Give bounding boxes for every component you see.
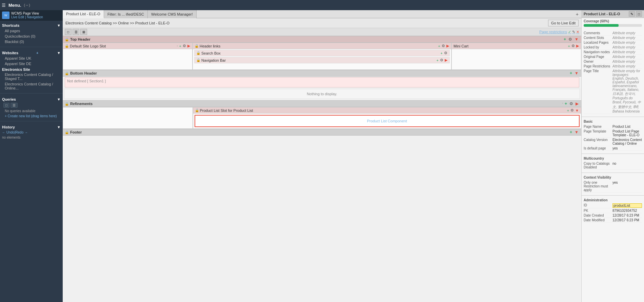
logo-slot-dot: · — [177, 44, 178, 48]
footer-name: Footer — [70, 130, 82, 134]
top-header-del[interactable]: ▼ — [574, 37, 579, 42]
nav-bar-settings[interactable]: ⚙ — [440, 58, 444, 62]
queries-btn-1[interactable]: □ — [3, 103, 9, 108]
sidebar-item-apparel-uk[interactable]: Apparel Site UK — [2, 56, 61, 61]
menu-icon[interactable]: ☰ — [2, 3, 6, 8]
right-panel-close[interactable]: □ — [636, 11, 642, 17]
footer-add[interactable]: + — [569, 130, 573, 135]
no-queries-text: No queries available — [2, 108, 61, 114]
redo-link[interactable]: Redo → — [15, 130, 28, 134]
history-collapse[interactable]: ▼ — [57, 125, 61, 129]
catalog-version-row: Catalog Version Electronics Content Cata… — [584, 138, 642, 146]
refinements-settings[interactable]: ⚙ — [569, 101, 574, 106]
product-list-slot-add[interactable]: + — [567, 108, 569, 113]
tab-filter[interactable]: Filter: Is ... ified/DESC — [104, 10, 148, 18]
sidebar-item-electronics-staged[interactable]: Electronics Content Catalog / Staged T..… — [2, 72, 61, 81]
multicountry-label: Multicountry — [584, 157, 642, 160]
header-links-settings[interactable]: ⚙ — [441, 44, 445, 48]
localized-pages-value: Attribute empty — [612, 41, 642, 44]
mini-cart-slot: Mini Cart + ⚙ ▶ — [451, 43, 581, 70]
copy-to-catalogs-row: Copy to Catalogs Disabled no — [584, 161, 642, 170]
mini-cart-header: Mini Cart + ⚙ ▶ — [452, 43, 581, 49]
page-restrictions-icon-edit[interactable]: ✎ — [572, 30, 575, 34]
queries-btn-2[interactable]: ☰ — [11, 103, 18, 108]
right-panel-edit[interactable]: ✎ — [629, 11, 635, 17]
top-header-add[interactable]: + — [563, 37, 567, 42]
shortcuts-header: Shortcuts ▼ — [2, 22, 61, 28]
admin-id-row: ID productList — [584, 203, 642, 208]
create-list-link[interactable]: + Create new list (drag items here) — [2, 114, 61, 119]
expand-icon[interactable]: (↔) — [24, 3, 30, 7]
product-list-component[interactable]: Product List Component — [195, 115, 580, 127]
websites-label: Websites — [2, 51, 18, 55]
queries-section: Queries ▼ □ ☰ No queries available + Cre… — [0, 95, 63, 120]
logo-slot-add[interactable]: + — [179, 44, 182, 48]
search-box-actions: + ⚙ — [440, 51, 448, 55]
sidebar-item-quickcollection[interactable]: Quickcollection (0) — [2, 34, 61, 39]
comments-value: Attribute empty — [612, 31, 642, 35]
bottom-header-del[interactable]: ▼ — [574, 71, 579, 76]
mini-cart-add[interactable]: + — [568, 44, 570, 48]
wcms-links[interactable]: Live Edit | Navigation — [11, 15, 43, 19]
nav-bar-add[interactable]: + — [436, 58, 439, 62]
search-box-row: 🔒 Search Box + ⚙ — [194, 50, 450, 56]
footer-section: 🔒 Footer + ▼ — [63, 129, 581, 136]
header-links-header: 🔒 Header links + ⚙ ▶ — [193, 43, 451, 49]
refinements-del[interactable]: ▶ — [575, 101, 579, 106]
page-title-value: Attribute empty for languages: English, … — [612, 69, 642, 113]
header-links-del[interactable]: ▶ — [446, 44, 449, 48]
live-edit-button[interactable]: Go to Live Edit — [548, 20, 579, 26]
top-header-settings[interactable]: ⚙ — [568, 37, 573, 42]
right-panel-title: Product List - ELE-O — [584, 12, 620, 16]
product-list-slot-del[interactable]: ▼ — [575, 108, 579, 113]
date-modified-value: 12/28/17 6:23 PM — [612, 218, 642, 222]
sidebar-item-electronics-online[interactable]: Electronics Content Catalog / Online... — [2, 81, 61, 91]
tab-add-button[interactable]: + — [573, 10, 581, 18]
sidebar-item-all-pages[interactable]: All pages — [2, 28, 61, 34]
undo-link[interactable]: ← Undo — [2, 130, 15, 134]
localized-pages-row: Localized Pages Attribute empty — [584, 40, 642, 45]
page-template-row: Page Template Product List Page Template… — [584, 129, 642, 138]
page-name-label: Page Name — [584, 125, 612, 128]
product-list-slot-settings[interactable]: ⚙ — [570, 108, 574, 113]
nav-bar-del[interactable]: ▶ — [444, 58, 448, 62]
queries-header: Queries ▼ — [2, 96, 61, 102]
websites-collapse[interactable]: ▼ — [57, 51, 61, 55]
footer-del[interactable]: ▼ — [574, 130, 579, 135]
mini-cart-del[interactable]: ▶ — [576, 44, 579, 48]
sidebar-item-apparel-de[interactable]: Apparel Site DE — [2, 61, 61, 66]
nav-bar-lock: 🔒 — [196, 58, 200, 62]
queries-collapse[interactable]: ▼ — [57, 97, 61, 101]
bottom-header-bar: 🔒 Bottom Header + ▼ — [63, 70, 581, 77]
shortcuts-collapse[interactable]: ▼ — [57, 23, 61, 27]
top-header-lock: 🔒 — [65, 38, 69, 41]
history-undo-redo: ← Undo | Redo → — [2, 130, 61, 135]
top-header-bar: 🔒 Top Header + ⚙ ▼ — [63, 36, 581, 43]
page-restrictions-icon-delete[interactable]: ✕ — [576, 30, 579, 34]
page-restrictions-label: Page Restrictions — [584, 64, 612, 68]
menu-label[interactable]: Menu. — [8, 3, 21, 8]
page-tool-btn-3[interactable]: ⊞ — [80, 29, 87, 35]
is-default-page-row: Is default page yes — [584, 146, 642, 151]
search-box-add[interactable]: + — [440, 51, 443, 55]
websites-add[interactable]: + — [36, 51, 38, 55]
locked-by-value: Attribute empty — [612, 45, 642, 49]
page-tool-btn-1[interactable]: □ — [65, 29, 72, 35]
locked-by-label: Locked by — [584, 45, 612, 49]
tab-product-list[interactable]: Product List - ELE-O — [63, 10, 104, 18]
logo-slot-del[interactable]: ▶ — [187, 44, 190, 48]
refinements-add[interactable]: + — [564, 101, 568, 106]
tab-welcome[interactable]: Welcome CMS Manager! — [148, 10, 197, 18]
wcms-icon: W — [2, 12, 9, 19]
search-box-settings[interactable]: ⚙ — [444, 51, 448, 55]
logo-slot-settings[interactable]: ⚙ — [182, 44, 186, 48]
bottom-header-add[interactable]: + — [569, 71, 573, 76]
sidebar-item-blacklist[interactable]: Blacklist (0) — [2, 39, 61, 44]
multicountry-section: Multicountry Copy to Catalogs Disabled n… — [582, 155, 644, 171]
mini-cart-settings[interactable]: ⚙ — [571, 44, 575, 48]
refinements-section: 🔒 Refinements · + ⚙ ▶ — [63, 100, 581, 129]
page-title-label: Page Title — [584, 69, 612, 113]
page-restrictions-link[interactable]: Page restrictions ✓ ✎ ✕ — [539, 30, 579, 34]
page-tool-btn-2[interactable]: ☰ — [73, 29, 79, 35]
header-links-add[interactable]: + — [438, 44, 441, 48]
